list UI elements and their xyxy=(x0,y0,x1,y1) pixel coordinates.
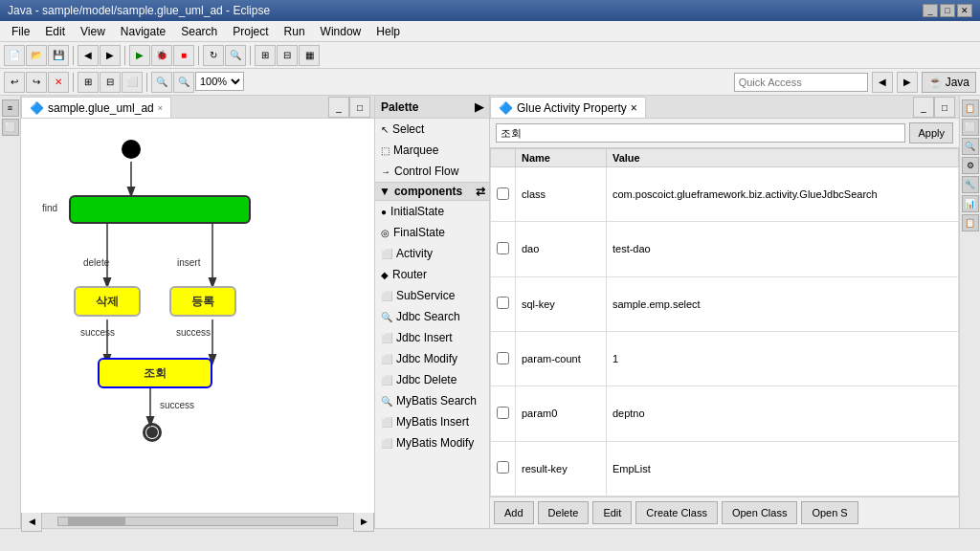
zoom-select[interactable]: 50% 75% 100% 125% 150% xyxy=(195,72,244,91)
row-checkbox[interactable] xyxy=(497,242,509,254)
right-icon-6[interactable]: 📊 xyxy=(962,195,979,212)
row-checkbox-cell[interactable] xyxy=(491,222,516,276)
row-checkbox[interactable] xyxy=(497,352,509,364)
layout-btn-1[interactable]: ⊞ xyxy=(255,45,276,66)
refresh-button[interactable]: ↻ xyxy=(203,45,224,66)
palette-item-sub-service[interactable]: ⬜ SubService xyxy=(375,285,489,306)
search-button[interactable]: 🔍 xyxy=(225,45,246,66)
zoom-in-button[interactable]: 🔍 xyxy=(173,72,194,93)
back-button[interactable]: ◀ xyxy=(78,45,99,66)
scroll-thumb[interactable] xyxy=(68,518,125,525)
diagram-minimize-button[interactable]: _ xyxy=(328,97,349,118)
palette-item-jdbc-delete[interactable]: ⬜ Jdbc Delete xyxy=(375,369,489,390)
forward-button[interactable]: ▶ xyxy=(100,45,121,66)
property-minimize-button[interactable]: _ xyxy=(913,97,934,118)
quick-access-next[interactable]: ▶ xyxy=(897,72,918,93)
palette-item-control-flow[interactable]: → Control Flow xyxy=(375,161,489,182)
row-checkbox-cell[interactable] xyxy=(491,276,516,331)
save-button[interactable]: 💾 xyxy=(48,45,69,66)
undo-button[interactable]: ↩ xyxy=(4,72,25,93)
scroll-right-button[interactable]: ▶ xyxy=(353,511,374,532)
scroll-track[interactable] xyxy=(57,517,338,526)
right-icon-1[interactable]: 📋 xyxy=(962,99,979,117)
apply-button[interactable]: Apply xyxy=(909,122,953,143)
menu-search[interactable]: Search xyxy=(173,22,225,41)
quick-access-input[interactable] xyxy=(734,73,868,92)
stop-button[interactable]: ■ xyxy=(173,45,194,66)
align-btn-1[interactable]: ⊞ xyxy=(78,72,99,93)
create-class-button[interactable]: Create Class xyxy=(635,501,718,524)
row-checkbox[interactable] xyxy=(497,461,509,474)
menu-edit[interactable]: Edit xyxy=(37,22,73,41)
row-checkbox[interactable] xyxy=(497,407,509,419)
palette-item-jdbc-modify[interactable]: ⬜ Jdbc Modify xyxy=(375,348,489,369)
diagram-tab-close[interactable]: × xyxy=(158,103,163,113)
right-icon-3[interactable]: 🔍 xyxy=(962,138,979,155)
layout-btn-2[interactable]: ⊟ xyxy=(277,45,298,66)
open-button[interactable]: 📂 xyxy=(26,45,47,66)
property-tab-glue[interactable]: 🔷 Glue Activity Property × xyxy=(490,97,646,118)
insert-activity-box[interactable]: 등록 xyxy=(169,286,236,317)
row-checkbox[interactable] xyxy=(497,297,509,309)
table-row[interactable]: dao test-dao xyxy=(491,222,959,276)
diagram-tab-main[interactable]: 🔷 sample.glue_uml_ad × xyxy=(21,97,171,118)
maximize-button[interactable]: □ xyxy=(940,4,955,17)
perspective-java-button[interactable]: ☕ Java xyxy=(922,72,976,93)
delete-activity-box[interactable]: 삭제 xyxy=(74,286,141,317)
palette-item-jdbc-insert[interactable]: ⬜ Jdbc Insert xyxy=(375,327,489,348)
scroll-left-button[interactable]: ◀ xyxy=(21,511,42,532)
palette-item-jdbc-search[interactable]: 🔍 Jdbc Search xyxy=(375,306,489,327)
table-row[interactable]: class com.poscoict.glueframework.biz.act… xyxy=(491,167,959,222)
redo-button[interactable]: ↪ xyxy=(26,72,47,93)
align-btn-2[interactable]: ⊟ xyxy=(100,72,121,93)
right-icon-2[interactable]: ⬜ xyxy=(962,119,979,136)
sidebar-icon-1[interactable]: ≡ xyxy=(2,99,19,117)
arrange-btn[interactable]: ⬜ xyxy=(122,72,143,93)
add-button[interactable]: Add xyxy=(494,501,534,524)
palette-item-mybatis-modify[interactable]: ⬜ MyBatis Modify xyxy=(375,432,489,453)
start-node[interactable] xyxy=(122,140,141,159)
menu-file[interactable]: File xyxy=(4,22,37,41)
open-class-button[interactable]: Open Class xyxy=(722,501,797,524)
zoom-out-button[interactable]: 🔍 xyxy=(151,72,172,93)
property-tab-close[interactable]: × xyxy=(631,101,637,115)
menu-navigate[interactable]: Navigate xyxy=(113,22,173,41)
right-icon-5[interactable]: 🔧 xyxy=(962,176,979,193)
row-checkbox-cell[interactable] xyxy=(491,331,516,386)
property-search-input[interactable] xyxy=(496,123,905,143)
right-icon-7[interactable]: 📋 xyxy=(962,214,979,231)
palette-item-mybatis-insert[interactable]: ⬜ MyBatis Insert xyxy=(375,411,489,432)
property-maximize-button[interactable]: □ xyxy=(934,97,955,118)
palette-section-components[interactable]: ▼ components ⇄ xyxy=(375,182,489,201)
palette-item-final-state[interactable]: ◎ FinalState xyxy=(375,222,489,243)
minimize-button[interactable]: _ xyxy=(923,4,938,17)
palette-item-initial-state[interactable]: ● InitialState xyxy=(375,201,489,222)
table-row[interactable]: result-key EmpList xyxy=(491,441,959,496)
new-button[interactable]: 📄 xyxy=(4,45,25,66)
row-checkbox-cell[interactable] xyxy=(491,386,516,441)
edit-button[interactable]: Edit xyxy=(592,501,632,524)
diagram-maximize-button[interactable]: □ xyxy=(349,97,370,118)
menu-help[interactable]: Help xyxy=(368,22,408,41)
search-activity-box[interactable]: 조회 xyxy=(98,358,212,388)
diagram-scroll[interactable]: ◀ ▶ xyxy=(21,513,374,528)
window-controls[interactable]: _ □ ✕ xyxy=(923,4,972,17)
layout-btn-3[interactable]: ▦ xyxy=(299,45,320,66)
open-s-button[interactable]: Open S xyxy=(801,501,858,524)
row-checkbox-cell[interactable] xyxy=(491,441,516,496)
menu-project[interactable]: Project xyxy=(225,22,276,41)
run-button[interactable]: ▶ xyxy=(129,45,150,66)
palette-item-activity[interactable]: ⬜ Activity xyxy=(375,243,489,264)
menu-run[interactable]: Run xyxy=(277,22,313,41)
palette-item-mybatis-search[interactable]: 🔍 MyBatis Search xyxy=(375,390,489,411)
palette-expand-icon[interactable]: ▶ xyxy=(475,100,483,114)
table-row[interactable]: param-count 1 xyxy=(491,331,959,386)
quick-access-prev[interactable]: ◀ xyxy=(872,72,893,93)
row-checkbox-cell[interactable] xyxy=(491,167,516,222)
table-row[interactable]: param0 deptno xyxy=(491,386,959,441)
menu-view[interactable]: View xyxy=(73,22,113,41)
row-checkbox[interactable] xyxy=(497,187,509,200)
right-icon-4[interactable]: ⚙ xyxy=(962,157,979,174)
green-activity-box[interactable] xyxy=(69,195,251,224)
menu-window[interactable]: Window xyxy=(313,22,369,41)
